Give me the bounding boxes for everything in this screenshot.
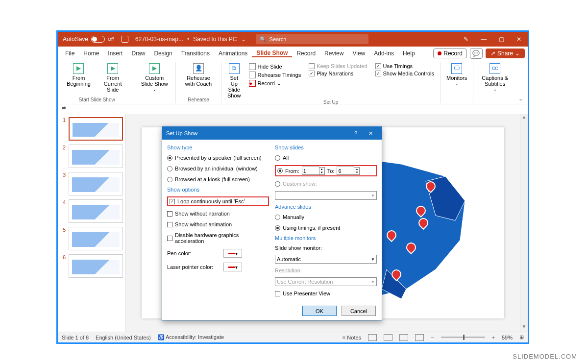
tab-slideshow[interactable]: Slide Show — [252, 49, 292, 57]
from-radio[interactable] — [277, 168, 283, 173]
play-narrations-checkbox[interactable]: Play Narrations — [309, 71, 367, 76]
thumbnail-1[interactable]: 1 — [60, 117, 123, 141]
zoom-level[interactable]: 59% — [502, 335, 513, 340]
cancel-button[interactable]: Cancel — [342, 306, 376, 316]
normal-view-button[interactable] — [368, 334, 377, 341]
tab-view[interactable]: View — [348, 50, 369, 57]
rehearse-coach-button[interactable]: 👤Rehearse with Coach — [179, 62, 218, 88]
thumbnail-6[interactable]: 6 — [60, 254, 123, 278]
watermark: SLIDEMODEL.COM — [513, 353, 577, 360]
browsed-individual-radio[interactable]: Browsed by an individual (window) — [167, 165, 269, 172]
close-button[interactable]: ✕ — [510, 32, 528, 47]
tab-addins[interactable]: Add-ins — [369, 50, 398, 57]
from-beginning-button[interactable]: ▶From Beginning — [64, 62, 94, 94]
thumbnail-5[interactable]: 5 — [60, 227, 123, 250]
dialog-close-button[interactable]: ✕ — [363, 130, 378, 137]
record-dropdown[interactable]: ●Record ⌄ — [249, 80, 301, 87]
pen-color-label: Pen color: — [167, 250, 221, 256]
record-button[interactable]: Record — [433, 49, 467, 58]
captions-button[interactable]: ccCaptions & Subtitles⌄ — [476, 62, 514, 93]
show-options-heading: Show options — [167, 187, 269, 193]
tab-file[interactable]: File — [61, 50, 79, 57]
thumbnail-2[interactable]: 2 — [60, 145, 123, 168]
zoom-slider[interactable] — [441, 337, 485, 338]
ok-button[interactable]: OK — [302, 306, 337, 316]
search-icon: 🔍 — [260, 36, 267, 43]
group-start-label: Start Slide Show — [79, 97, 115, 103]
language-status[interactable]: English (United States) — [96, 335, 151, 340]
custom-slideshow-button[interactable]: ▶Custom Slide Show⌄ — [136, 62, 172, 93]
tab-home[interactable]: Home — [79, 50, 103, 57]
from-spinner[interactable]: ▲▼ — [302, 167, 325, 175]
browsed-kiosk-radio[interactable]: Browsed at a kiosk (full screen) — [167, 176, 269, 183]
zoom-out-button[interactable]: − — [431, 335, 434, 340]
slide-monitor-select[interactable]: Automatic▼ — [275, 255, 377, 264]
zoom-in-button[interactable]: + — [492, 335, 495, 340]
autosave-state: Off — [108, 37, 114, 42]
map-pin-icon — [406, 243, 415, 254]
ribbon-collapse-icon[interactable]: ⌄ — [516, 94, 525, 104]
search-box[interactable]: 🔍 Search — [256, 34, 368, 44]
filename[interactable]: 6270-03-us-map... — [131, 36, 187, 43]
mic-icon[interactable]: ✎ — [457, 32, 475, 47]
reading-view-button[interactable] — [399, 334, 408, 341]
setup-slideshow-button[interactable]: ⧉Set Up Slide Show — [224, 62, 244, 99]
no-narration-checkbox[interactable]: Show without narration — [167, 210, 269, 217]
no-animation-checkbox[interactable]: Show without animation — [167, 221, 269, 228]
tab-review[interactable]: Review — [320, 50, 348, 57]
autosave-toggle[interactable] — [91, 36, 105, 43]
ribbon: ▶From Beginning ▶From Current Slide Star… — [58, 60, 528, 104]
custom-show-radio: Custom show: — [275, 180, 377, 187]
thumbnail-4[interactable]: 4 — [60, 199, 123, 223]
laser-color-label: Laser pointer color: — [167, 264, 221, 270]
presenter-view-checkbox[interactable]: Use Presenter View — [275, 290, 377, 297]
laser-color-button[interactable]: ▾ — [223, 263, 242, 271]
save-icon[interactable] — [122, 36, 128, 43]
tab-insert[interactable]: Insert — [103, 50, 127, 57]
accessibility-status[interactable]: ♿ Accessibility: Investigate — [158, 334, 224, 340]
dialog-titlebar[interactable]: Set Up Show ? ✕ — [162, 127, 382, 140]
autosave-label: AutoSave — [63, 36, 88, 43]
using-timings-radio[interactable]: Using timings, if present — [275, 224, 377, 231]
from-current-button[interactable]: ▶From Current Slide — [96, 62, 130, 94]
disable-hw-checkbox[interactable]: Disable hardware graphics acceleration — [167, 232, 269, 244]
use-timings-checkbox[interactable]: Use Timings — [375, 63, 435, 69]
resolution-select: Use Current Resolution▼ — [275, 277, 377, 286]
slideshow-view-button[interactable] — [415, 334, 424, 341]
tab-animations[interactable]: Animations — [214, 50, 252, 57]
show-slides-heading: Show slides — [275, 145, 377, 150]
keep-slides-updated-checkbox[interactable]: Keep Slides Updated — [309, 63, 367, 69]
loop-checkbox[interactable]: Loop continuously until 'Esc' — [170, 198, 267, 205]
hide-slide-button[interactable]: Hide Slide — [249, 63, 301, 70]
notes-button[interactable]: ≡ Notes — [343, 335, 361, 340]
fit-to-window-button[interactable]: ⊞ — [519, 334, 524, 340]
tab-design[interactable]: Design — [149, 50, 176, 57]
tab-transitions[interactable]: Transitions — [177, 50, 214, 57]
map-pin-icon — [426, 181, 435, 193]
resolution-label: Resolution: — [275, 267, 302, 273]
dialog-help-button[interactable]: ? — [348, 130, 363, 136]
to-spinner[interactable]: ▲▼ — [337, 167, 360, 175]
tab-draw[interactable]: Draw — [127, 50, 149, 57]
presented-radio[interactable]: Presented by a speaker (full screen) — [167, 154, 269, 161]
minimize-button[interactable]: — — [475, 32, 492, 47]
monitors-button[interactable]: 🖵Monitors⌄ — [443, 62, 470, 87]
share-button[interactable]: ↗ Share ⌄ — [486, 49, 525, 58]
maximize-button[interactable]: ▢ — [492, 32, 510, 47]
rehearse-timings-button[interactable]: Rehearse Timings — [249, 72, 301, 78]
slide-thumbnails[interactable]: 1 2 3 4 5 6 — [58, 114, 125, 332]
all-slides-radio[interactable]: All — [275, 154, 377, 161]
show-media-checkbox[interactable]: Show Media Controls — [375, 71, 435, 76]
multimon-heading: Multiple monitors — [275, 235, 377, 241]
thumbnail-3[interactable]: 3 — [60, 172, 123, 195]
saved-status[interactable]: Saved to this PC — [189, 36, 241, 43]
tab-record[interactable]: Record — [292, 50, 320, 57]
manually-radio[interactable]: Manually — [275, 214, 377, 220]
comments-button[interactable]: 💬 — [470, 48, 483, 59]
pen-color-button[interactable]: ▾ — [223, 249, 242, 258]
advance-heading: Advance slides — [275, 204, 377, 210]
tab-help[interactable]: Help — [398, 50, 419, 57]
vertical-scrollbar[interactable]: ▲▼ — [520, 114, 528, 332]
dialog-title: Set Up Show — [166, 130, 197, 136]
sorter-view-button[interactable] — [384, 334, 392, 341]
